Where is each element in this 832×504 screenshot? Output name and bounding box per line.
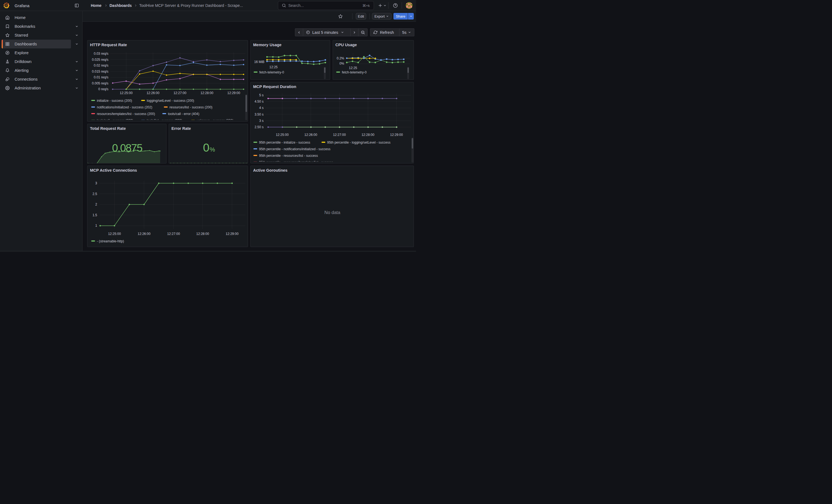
svg-text:12:26:00: 12:26:00 (304, 133, 317, 137)
svg-text:0.02 req/s: 0.02 req/s (94, 63, 108, 68)
svg-text:12:29:00: 12:29:00 (226, 232, 238, 236)
svg-text:95th percentile - logging/setL: 95th percentile - logging/setLevel - suc… (327, 140, 390, 144)
svg-text:- (streamable-http): - (streamable-http) (97, 239, 124, 243)
svg-text:0.025 req/s: 0.025 req/s (92, 58, 108, 62)
svg-text:2.50 s: 2.50 s (255, 125, 264, 129)
svg-text:95th percentile - resources/li: 95th percentile - resources/list - succe… (259, 154, 318, 158)
svg-text:3.50 s: 3.50 s (255, 112, 264, 116)
svg-text:12:27:00: 12:27:00 (333, 133, 346, 137)
svg-text:5 s: 5 s (259, 93, 264, 97)
svg-text:4.50 s: 4.50 s (255, 100, 264, 103)
svg-text:fetch-telemetry-0: fetch-telemetry-0 (342, 71, 367, 74)
svg-text:1: 1 (95, 224, 97, 228)
svg-text:0%: 0% (339, 62, 344, 65)
svg-text:0.0875: 0.0875 (112, 142, 142, 154)
svg-text:3: 3 (95, 181, 97, 185)
svg-text:fetch-telemetry-0: fetch-telemetry-0 (259, 71, 284, 74)
svg-text:0.2%: 0.2% (337, 56, 344, 60)
svg-text:95th percentile - notification: 95th percentile - notifications/initiali… (259, 147, 331, 151)
svg-text:12:26:00: 12:26:00 (137, 232, 151, 236)
svg-text:0: 0 (203, 141, 209, 154)
svg-text:initialize - success (200): initialize - success (200) (97, 99, 132, 103)
svg-text:4 s: 4 s (259, 106, 264, 110)
svg-text:12:27:00: 12:27:00 (174, 91, 186, 95)
svg-text:0 req/s: 0 req/s (98, 87, 108, 91)
svg-text:12:27:00: 12:27:00 (167, 232, 180, 236)
svg-text:3 s: 3 s (259, 119, 264, 123)
svg-text:1.5: 1.5 (93, 213, 97, 217)
svg-text:12:25:00: 12:25:00 (108, 232, 121, 236)
svg-text:2.5: 2.5 (93, 192, 97, 196)
svg-text:12:28:00: 12:28:00 (362, 133, 374, 137)
svg-text:resources/templates/list - suc: resources/templates/list - success (200) (97, 112, 155, 116)
svg-text:0.005 req/s: 0.005 req/s (92, 81, 108, 85)
svg-text:12:25:00: 12:25:00 (120, 91, 133, 95)
svg-text:12:28:00: 12:28:00 (201, 91, 213, 95)
svg-text:tools/call - error (404): tools/call - error (404) (168, 112, 200, 116)
svg-text:95th percentile - initialize -: 95th percentile - initialize - success (259, 140, 310, 144)
svg-text:12:29:00: 12:29:00 (390, 133, 403, 137)
svg-text:0.03 req/s: 0.03 req/s (94, 52, 108, 56)
svg-text:12:25: 12:25 (269, 65, 278, 69)
svg-text:resources/list - success (200): resources/list - success (200) (170, 105, 212, 109)
svg-text:12:25:00: 12:25:00 (276, 133, 289, 137)
svg-text:16 MiB: 16 MiB (254, 60, 264, 64)
svg-text:0.015 req/s: 0.015 req/s (92, 70, 108, 74)
svg-text:%: % (210, 146, 215, 153)
svg-text:12:29:00: 12:29:00 (227, 91, 240, 95)
svg-text:notifications/initialized - su: notifications/initialized - success (202… (97, 105, 152, 109)
svg-text:12:28:00: 12:28:00 (196, 232, 209, 236)
svg-text:logging/setLevel - success (20: logging/setLevel - success (200) (147, 99, 194, 103)
svg-text:12:25: 12:25 (349, 66, 357, 70)
svg-text:12:26:00: 12:26:00 (147, 91, 160, 95)
svg-text:0.01 req/s: 0.01 req/s (94, 75, 108, 79)
svg-text:2: 2 (95, 203, 97, 206)
